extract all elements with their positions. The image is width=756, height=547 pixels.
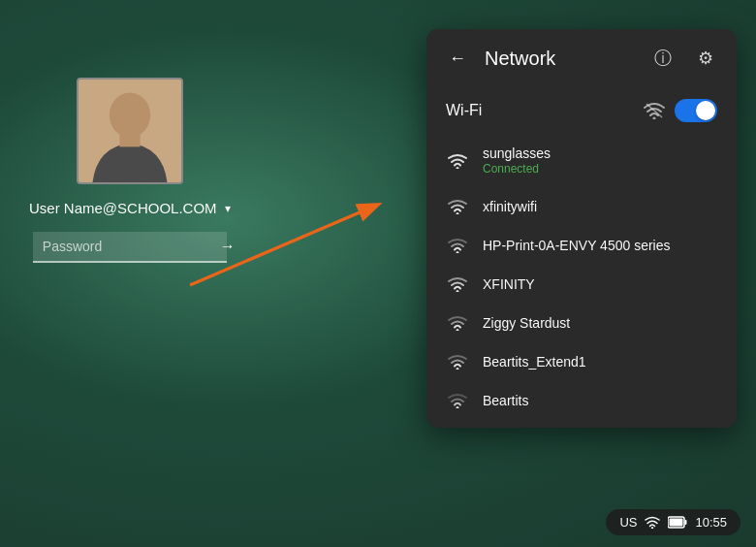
- svg-point-0: [110, 92, 150, 137]
- submit-arrow-button[interactable]: →: [220, 238, 236, 255]
- time-label: 10:55: [695, 515, 727, 530]
- network-panel: ← Network ⓘ ⚙ Wi-Fi: [426, 29, 737, 428]
- panel-header: ← Network ⓘ ⚙: [426, 29, 737, 87]
- network-status-connected: Connected: [483, 162, 717, 176]
- chevron-down-icon[interactable]: ▾: [225, 202, 231, 215]
- network-info-xfinity: XFINITY: [483, 276, 717, 292]
- network-info-beartits: Beartits: [483, 393, 717, 408]
- back-icon: ←: [449, 48, 466, 69]
- network-info-xfinitywifi: xfinitywifi: [483, 199, 717, 214]
- info-button[interactable]: ⓘ: [647, 43, 678, 74]
- info-icon: ⓘ: [654, 47, 672, 70]
- username-text: User Name@SCHOOL.COM: [29, 200, 217, 216]
- network-info-ziggy: Ziggy Stardust: [483, 315, 717, 331]
- wifi-icon-xfinity: [446, 199, 469, 214]
- panel-content: Wi-Fi: [426, 87, 737, 428]
- network-info-beartits-extend: Beartits_Extend1: [483, 354, 717, 370]
- wifi-status-bar-icon: [645, 516, 660, 529]
- network-info-sunglasses: sunglasses Connected: [483, 145, 717, 176]
- wifi-label: Wi-Fi: [446, 102, 482, 119]
- avatar: [77, 78, 183, 184]
- svg-point-11: [457, 368, 459, 370]
- network-name: XFINITY: [483, 276, 717, 292]
- network-item-xfinity[interactable]: XFINITY: [426, 265, 737, 304]
- wifi-icon-ziggy: [446, 315, 469, 331]
- network-info-hp-print: HP-Print-0A-ENVY 4500 series: [483, 238, 717, 253]
- wifi-icon-beartits: [446, 393, 469, 408]
- svg-point-7: [457, 212, 459, 214]
- wifi-icon-beartits-extend: [446, 354, 469, 370]
- wifi-icon-hp: [446, 238, 469, 253]
- svg-rect-1: [119, 134, 140, 146]
- panel-title: Network: [485, 48, 636, 70]
- password-input[interactable]: [43, 239, 212, 254]
- svg-rect-16: [670, 519, 683, 527]
- network-name: Beartits_Extend1: [483, 354, 717, 370]
- login-area: User Name@SCHOOL.COM ▾ →: [29, 78, 231, 263]
- network-name: Beartits: [483, 393, 717, 408]
- network-item-xfinitywifi[interactable]: xfinitywifi: [426, 187, 737, 226]
- back-button[interactable]: ←: [442, 43, 473, 74]
- avatar-image: [79, 80, 181, 182]
- locale-label: US: [619, 515, 637, 530]
- svg-point-4: [653, 117, 656, 120]
- network-name: HP-Print-0A-ENVY 4500 series: [483, 238, 717, 253]
- svg-point-10: [457, 329, 459, 331]
- username-row: User Name@SCHOOL.COM ▾: [29, 200, 231, 216]
- network-item-beartits[interactable]: Beartits: [426, 381, 737, 420]
- network-name: xfinitywifi: [483, 199, 717, 214]
- wifi-header: Wi-Fi: [426, 87, 737, 134]
- battery-icon: [668, 516, 687, 529]
- svg-point-13: [651, 527, 653, 529]
- network-item-sunglasses[interactable]: sunglasses Connected: [426, 134, 737, 187]
- svg-point-6: [457, 167, 459, 169]
- network-item-beartits-extend[interactable]: Beartits_Extend1: [426, 342, 737, 381]
- settings-button[interactable]: ⚙: [690, 43, 721, 74]
- password-field-row[interactable]: →: [33, 232, 227, 263]
- svg-point-9: [457, 290, 459, 292]
- wifi-icon-connected: [446, 153, 469, 169]
- wifi-icon-xfinity2: [446, 276, 469, 292]
- network-name: sunglasses: [483, 145, 717, 161]
- network-list: sunglasses Connected xfinitywifi: [426, 134, 737, 420]
- wifi-status-icon: [644, 102, 665, 119]
- status-bar: US 10:55: [606, 509, 740, 535]
- svg-point-8: [457, 251, 459, 253]
- network-item-ziggy[interactable]: Ziggy Stardust: [426, 304, 737, 342]
- svg-point-12: [457, 406, 459, 408]
- network-name: Ziggy Stardust: [483, 315, 717, 331]
- network-item-hp-print[interactable]: HP-Print-0A-ENVY 4500 series: [426, 226, 737, 265]
- svg-rect-15: [685, 520, 687, 525]
- wifi-toggle-area: [644, 99, 717, 122]
- wifi-toggle[interactable]: [675, 99, 717, 122]
- settings-icon: ⚙: [698, 48, 713, 69]
